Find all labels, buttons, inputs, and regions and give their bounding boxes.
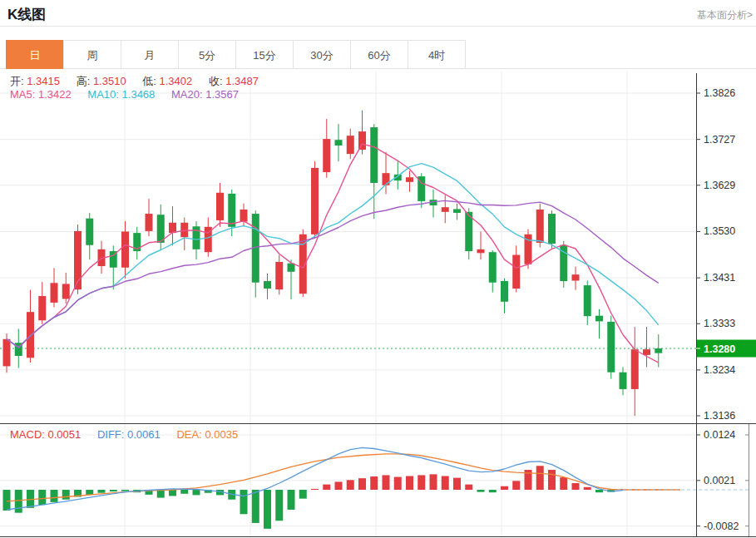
macd-legend: MACD: 0.0051 DIFF: 0.0061 DEA: 0.0035 [10,428,251,441]
tab-30分[interactable]: 30分 [293,40,351,69]
ohlc-legend: 开: 1.3415 高: 1.3510 低: 1.3402 收: 1.3487 [10,74,272,89]
main-chart-area[interactable] [0,72,696,423]
current-price-badge-label: 1.3280 [704,343,735,355]
macd-chart-area[interactable] [0,424,696,536]
period-tabs: 日周月5分15分30分60分4时 [7,40,466,69]
price-axis-label: 1.3333 [704,318,735,329]
tab-15分[interactable]: 15分 [235,40,294,69]
ma10-legend: MA10: 1.3468 [87,88,155,101]
price-axis-label: 1.3826 [704,87,735,99]
price-axis-label: 1.3431 [704,272,735,284]
tab-日[interactable]: 日 [6,40,64,69]
price-axis-label: 1.3629 [704,180,735,191]
tab-月[interactable]: 月 [121,40,179,69]
price-axis-label: 1.3727 [704,134,735,146]
ma-legend: MA5: 1.3422 MA10: 1.3468 MA20: 1.3567 [10,88,252,101]
tab-5分[interactable]: 5分 [178,40,236,69]
page-title: K线图 [7,5,46,24]
dea-value-legend: DEA: 0.0035 [176,428,238,441]
price-axis-label: 1.3234 [704,364,735,376]
diff-value-legend: DIFF: 0.0061 [97,428,161,441]
low-legend: 低: 1.3402 [142,75,192,87]
tab-60分[interactable]: 60分 [350,40,408,69]
ma5-legend: MA5: 1.3422 [10,88,72,101]
high-legend: 高: 1.3510 [77,75,126,87]
ma20-legend: MA20: 1.3567 [171,88,239,101]
kline-widget: 1.38261.37271.36291.35301.34311.33331.32… [0,0,756,538]
fundamental-analysis-link[interactable]: 基本面分析> [697,8,753,22]
tab-4时[interactable]: 4时 [408,40,466,69]
price-axis-label: 1.3530 [704,225,735,237]
macd-value-legend: MACD: 0.0051 [10,428,81,441]
macd-axis-label: 0.0124 [704,429,735,441]
header-divider [0,26,756,27]
open-legend: 开: 1.3415 [10,75,60,87]
macd-axis-label: 0.0021 [704,475,735,486]
price-axis-label: 1.3136 [704,410,735,422]
tab-周[interactable]: 周 [63,40,121,69]
macd-axis-label: -0.0082 [704,521,739,532]
close-legend: 收: 1.3487 [209,75,259,87]
